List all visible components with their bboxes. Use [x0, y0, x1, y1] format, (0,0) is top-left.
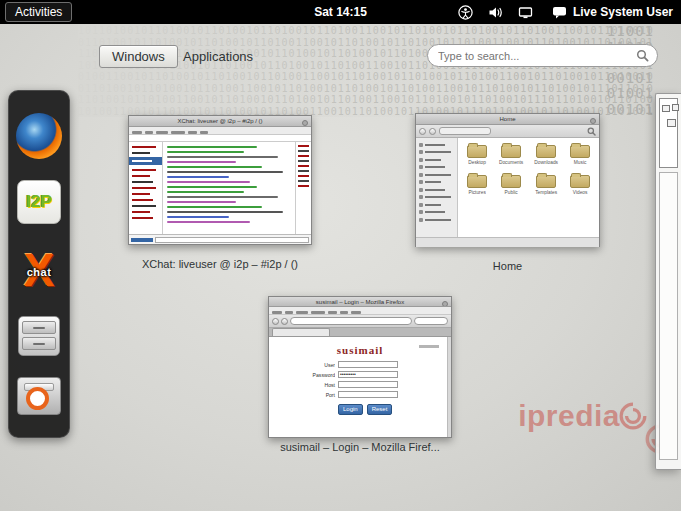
user-list-entry — [298, 160, 309, 162]
places-entry — [419, 188, 455, 192]
workspace-thumbnail-2[interactable] — [659, 172, 678, 460]
wallpaper-binary-big: 110011101010110001010100100101 — [584, 24, 654, 117]
folder-item[interactable]: Pictures — [460, 175, 494, 196]
home-main-area: Desktop Documents Downloads Music Pictur… — [416, 138, 599, 237]
search-input[interactable] — [436, 49, 636, 63]
dash: I2P X chat — [8, 90, 70, 438]
folder-item[interactable]: Videos — [563, 175, 597, 196]
tab-windows[interactable]: Windows — [99, 45, 178, 68]
chat-text-line — [167, 151, 244, 153]
window-thumbnail-home[interactable]: Home Desktop Documents — [415, 113, 600, 247]
places-entry — [419, 210, 455, 214]
ipredia-watermark: ipredia — [518, 399, 647, 433]
binary-text-row: 11001 — [584, 24, 654, 40]
firefox-titlebar: susimail – Login – Mozilla Firefox — [269, 297, 451, 307]
xchat-input-row — [129, 234, 311, 244]
user-menu[interactable]: Live System User — [552, 5, 673, 19]
url-bar — [290, 317, 412, 325]
xchat-channel-list — [129, 142, 163, 234]
folder-item[interactable]: Templates — [529, 175, 563, 196]
ipredia-swirl-icon — [619, 402, 647, 430]
disk-utility-icon[interactable] — [17, 377, 61, 415]
volume-icon[interactable] — [488, 5, 503, 20]
gnome-activities-overview: 1011010010110100101101001011010010110100… — [0, 0, 681, 511]
accessibility-icon[interactable] — [458, 5, 473, 20]
chat-text-line — [167, 201, 236, 203]
i2p-icon[interactable]: I2P — [17, 180, 61, 224]
tab-applications[interactable]: Applications — [183, 49, 253, 64]
folder-icon — [570, 145, 590, 158]
chat-text-line — [167, 211, 283, 213]
back-button — [272, 318, 279, 325]
firefox-icon[interactable] — [16, 113, 62, 159]
folder-item[interactable]: Public — [494, 175, 528, 196]
channel-list-entry — [132, 152, 150, 154]
reset-button: Reset — [367, 404, 393, 415]
xchat-text-entry — [155, 237, 309, 243]
chat-text-line — [167, 161, 236, 163]
channel-list-entry — [132, 175, 150, 177]
firefox-tab-bar — [269, 328, 451, 337]
forward-button — [281, 318, 288, 325]
chat-text-line — [167, 156, 278, 158]
susimail-login-form: User Password ••••••••• Host Port Login — [269, 361, 451, 415]
folder-icon — [467, 175, 487, 188]
workspace-thumbnail-1[interactable] — [659, 98, 678, 168]
channel-list-entry — [132, 217, 153, 219]
user-list-entry — [298, 145, 309, 147]
xchat-user-list — [295, 142, 311, 234]
places-entry — [419, 150, 455, 154]
password-field: ••••••••• — [338, 371, 398, 378]
folder-label: Templates — [532, 190, 559, 195]
port-field — [338, 391, 398, 398]
folder-item[interactable]: Downloads — [529, 145, 563, 166]
browser-tab — [272, 328, 330, 336]
chat-text-line — [167, 186, 257, 188]
display-icon[interactable] — [518, 5, 533, 20]
chat-text-line — [167, 191, 244, 193]
channel-list-entry — [132, 199, 153, 201]
menu-item — [171, 131, 185, 134]
activities-button[interactable]: Activities — [5, 2, 72, 22]
login-button: Login — [338, 404, 363, 415]
nautilus-sidebar — [416, 138, 458, 237]
places-entry — [419, 218, 455, 222]
form-label: Host — [308, 382, 335, 387]
folder-item[interactable]: Documents — [494, 145, 528, 166]
user-list-entry — [298, 165, 309, 167]
status-area: Live System User — [458, 5, 681, 20]
clock[interactable]: Sat 14:15 — [314, 5, 367, 19]
search-icon — [587, 127, 596, 136]
xchat-icon[interactable]: X chat — [15, 246, 63, 294]
folder-icon — [536, 145, 556, 158]
window-caption-susimail: susimail – Login – Mozilla Firef... — [220, 441, 500, 453]
menu-item — [272, 311, 282, 314]
menu-item — [351, 311, 361, 314]
places-entry — [419, 203, 455, 207]
binary-text-row: 01001 — [584, 86, 654, 102]
xchat-nick-label — [131, 238, 153, 242]
chat-text-line — [167, 171, 283, 173]
chat-text-line — [167, 181, 250, 183]
places-entry — [419, 180, 455, 184]
folder-label: Desktop — [463, 160, 490, 165]
drawer-shape — [22, 321, 56, 334]
folder-item[interactable]: Desktop — [460, 145, 494, 166]
i2p-icon-text: I2P — [26, 192, 52, 212]
channel-list-entry — [132, 169, 156, 171]
back-button — [419, 128, 426, 135]
wallpaper-binary-fade — [78, 25, 653, 117]
window-thumbnail-susimail[interactable]: susimail – Login – Mozilla Firefox susim… — [268, 296, 452, 438]
host-field — [338, 381, 398, 388]
xchat-icon-text: chat — [15, 266, 63, 278]
window-thumbnail-xchat[interactable]: XChat: liveuser @ i2p – #i2p / () — [128, 115, 312, 245]
chat-text-line — [167, 166, 262, 168]
folder-item[interactable]: Music — [563, 145, 597, 166]
chat-text-line — [167, 146, 257, 148]
folder-label: Public — [498, 190, 525, 195]
user-list-entry — [298, 175, 309, 177]
menu-item — [188, 131, 197, 134]
scrollbar — [447, 337, 451, 437]
folder-label: Documents — [498, 160, 525, 165]
file-manager-icon[interactable] — [18, 316, 60, 356]
